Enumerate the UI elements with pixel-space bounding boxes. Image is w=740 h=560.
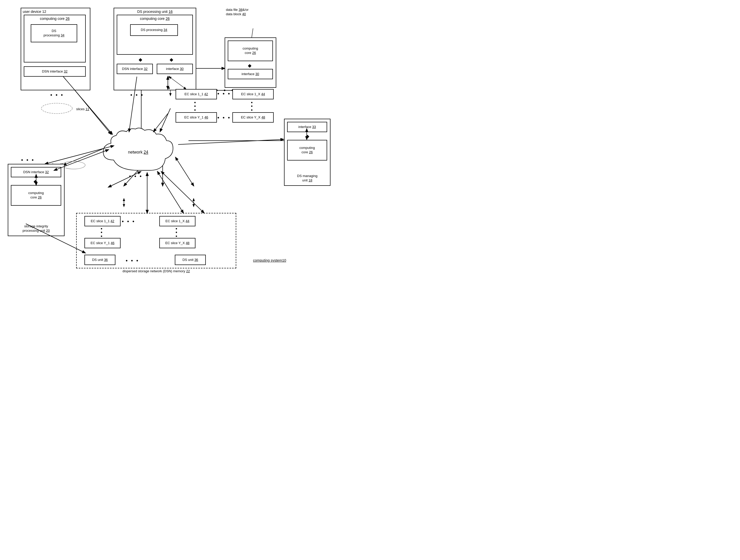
dots-ds-units: • • • bbox=[126, 257, 139, 264]
computing-system-label: computing system10 bbox=[253, 258, 286, 262]
svg-text:network 24: network 24 bbox=[128, 150, 148, 154]
ec-slice-y-x-top-label: EC slice Y_X 48 bbox=[241, 115, 265, 120]
user-device-14-outer: computingcore 26 ◆ interface 30 user dev… bbox=[224, 37, 276, 88]
ec-slice-y-x-top: EC slice Y_X 48 bbox=[233, 112, 274, 123]
network-cloud: network 24 bbox=[98, 126, 178, 173]
ec-slice-y-1-top-label: EC slice Y_1 46 bbox=[184, 115, 208, 120]
ec-slice-1-x-top-label: EC slice 1_X 44 bbox=[241, 92, 265, 97]
dsn-interface-label-sip: DSN interface 32 bbox=[23, 170, 49, 175]
dots-sip-top: • • • bbox=[21, 157, 34, 163]
ds-managing-outer: interface 33 ◆ computingcore 26 DS manag… bbox=[284, 119, 331, 186]
dots-ec-bottom-1-x-vert: ••• bbox=[176, 227, 177, 238]
ec-slice-y-1-top: EC slice Y_1 46 bbox=[176, 112, 217, 123]
ds-processing-34-ud12: DSprocessing 34 bbox=[31, 24, 77, 42]
ec-slice-1-1-top-label: EC slice 1_1 42 bbox=[184, 92, 208, 97]
interface-30-dpu: interface 30 bbox=[157, 64, 193, 74]
dots-network: • • • bbox=[129, 173, 143, 180]
computing-core-label-ud12: computing core 26 bbox=[26, 16, 84, 21]
dsn-interface-32-dpu: DSN interface 32 bbox=[117, 64, 153, 74]
svg-point-26 bbox=[62, 161, 85, 169]
dots-ec-bottom-top-h: • • • bbox=[122, 218, 135, 225]
ec-slice-y-x-bottom: EC slice Y_X 48 bbox=[159, 238, 195, 248]
dsn-memory-outer: EC slice 1_1 42 • • • EC slice 1_X 44 ••… bbox=[76, 213, 236, 268]
dsn-interface-32-sip: DSN interface 32 bbox=[11, 167, 61, 177]
ec-slice-y-1-bottom: EC slice Y_1 46 bbox=[84, 238, 120, 248]
svg-line-40 bbox=[161, 172, 204, 213]
computing-core-26-dpu: computing core 26 DS processing 34 bbox=[117, 15, 193, 55]
interface-30-ud14: interface 30 bbox=[228, 69, 273, 79]
slices-11-label: slices 11 bbox=[76, 107, 89, 111]
svg-line-13 bbox=[176, 157, 194, 186]
data-file-label: data file 38&/ordata block 40 bbox=[226, 8, 248, 16]
ec-slice-1-1-bottom: EC slice 1_1 42 bbox=[84, 216, 120, 226]
interface-30-label-dpu: interface 30 bbox=[166, 67, 184, 71]
computing-core-26-dsm: computingcore 26 bbox=[287, 140, 327, 160]
computing-core-26-ud12: computing core 26 DSprocessing 34 bbox=[24, 15, 86, 63]
dsn-interface-32-ud12: DSN interface 32 bbox=[24, 66, 86, 77]
dots-ec-1-x-top-vert: ••• bbox=[251, 101, 253, 112]
ec-slice-1-1-bottom-label: EC slice 1_1 42 bbox=[91, 219, 114, 223]
svg-line-33 bbox=[178, 139, 283, 144]
ds-processing-label-dpu: DS processing 34 bbox=[141, 28, 167, 32]
ec-slice-1-1-top: EC slice 1_1 42 bbox=[176, 89, 217, 99]
interface-33-label: interface 33 bbox=[298, 125, 316, 129]
arrow-diamond-iface: ◆ bbox=[170, 57, 173, 63]
user-device-12-outer: user device 12 computing core 26 DSproce… bbox=[21, 8, 90, 90]
dots-ud12: • • • bbox=[51, 92, 64, 98]
diagram: user device 12 computing core 26 DSproce… bbox=[0, 0, 370, 280]
ds-processing-34-dpu: DS processing 34 bbox=[130, 24, 178, 36]
ec-slice-y-1-bottom-label: EC slice Y_1 46 bbox=[91, 241, 114, 245]
slices-45-oval bbox=[61, 159, 87, 172]
interface-30-label-ud14: interface 30 bbox=[242, 72, 259, 76]
ds-unit-2: DS unit 36 bbox=[175, 255, 206, 265]
ds-unit-2-label: DS unit 36 bbox=[183, 258, 198, 262]
arrow-diamond-dsn: ◆ bbox=[138, 57, 142, 63]
arrow-diamond-dsm: ◆ bbox=[306, 133, 309, 139]
computing-core-label-dpu: computing core 26 bbox=[119, 16, 191, 21]
svg-point-24 bbox=[41, 103, 72, 114]
computing-core-26-sip: computingcore 26 bbox=[11, 185, 61, 206]
dsn-interface-label-ud12: DSN interface 32 bbox=[42, 70, 67, 74]
computing-core-label-sip: computingcore 26 bbox=[28, 191, 44, 200]
ds-managing-label: DS managingunit 18 bbox=[285, 174, 330, 183]
ec-slice-1-x-top: EC slice 1_X 44 bbox=[233, 89, 274, 99]
user-device-12-label: user device 12 bbox=[23, 9, 88, 15]
ds-unit-1-label: DS unit 36 bbox=[92, 258, 108, 262]
ds-processing-unit-16-outer: DS processing unit 16 computing core 26 … bbox=[114, 8, 196, 90]
ec-slice-y-x-bottom-label: EC slice Y_X 48 bbox=[165, 241, 190, 245]
cloud-svg: network 24 bbox=[98, 126, 178, 173]
svg-line-39 bbox=[158, 172, 183, 213]
ds-processing-unit-label: DS processing unit 16 bbox=[116, 9, 194, 15]
computing-core-label-ud14: computingcore 26 bbox=[243, 46, 258, 55]
slices-11-oval bbox=[40, 101, 74, 116]
ec-slice-1-x-bottom-label: EC slice 1_X 44 bbox=[166, 219, 190, 223]
dots-dpu-dsn: • • • bbox=[130, 92, 144, 98]
ds-processing-label-ud12: DSprocessing 34 bbox=[43, 29, 65, 38]
storage-integrity-outer: • • • DSN interface 32 ◆ computingcore 2… bbox=[8, 164, 65, 236]
dots-ec-1-1-top-vert: ••• bbox=[194, 101, 196, 112]
dsn-interface-label-dpu: DSN interface 32 bbox=[122, 67, 148, 71]
arrow-diamond-sip: ◆ bbox=[33, 179, 37, 185]
dots-ec-y-top-h: • • • bbox=[217, 114, 231, 121]
storage-integrity-label: storage integrityprocessing unit 20 bbox=[8, 224, 64, 233]
arrow-diamond-ud14: ◆ bbox=[248, 63, 252, 69]
computing-system-10-label: computing system10 bbox=[253, 258, 286, 263]
interface-33-ds-managing: interface 33 bbox=[287, 122, 327, 132]
dots-ec-bottom-1-1-vert: ••• bbox=[101, 227, 102, 238]
ec-slice-1-x-bottom: EC slice 1_X 44 bbox=[159, 216, 195, 226]
dots-ec-top-h: • • • bbox=[217, 90, 231, 97]
dsn-memory-label: dispersed storage network (DSN) memory 2… bbox=[77, 269, 236, 273]
computing-core-26-ud14: computingcore 26 bbox=[228, 40, 273, 61]
computing-core-label-dsm: computingcore 26 bbox=[299, 146, 315, 154]
ds-unit-1: DS unit 36 bbox=[84, 255, 115, 265]
